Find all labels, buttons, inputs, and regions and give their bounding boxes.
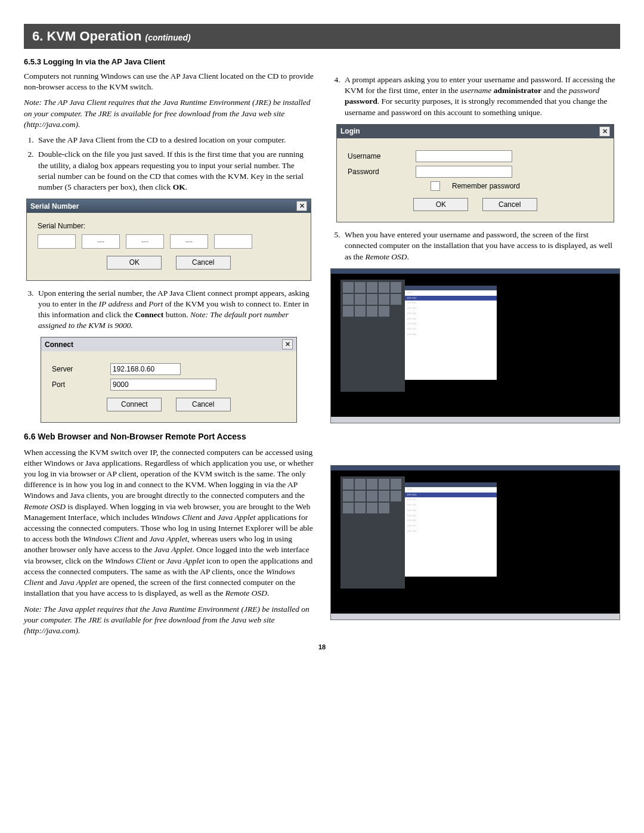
password-label: Password (348, 167, 407, 176)
password-input[interactable] (416, 166, 512, 178)
login-dialog: Login ✕ Username Password Remember passw… (336, 124, 614, 222)
osd-port-list: [01] [01-01] [01-02] [01-03] [01-04] [01… (405, 286, 497, 380)
s3g: button. (163, 310, 190, 319)
header-continued: (continued) (145, 33, 190, 42)
port-input[interactable]: 9000 (110, 379, 216, 391)
osd-icon (355, 503, 366, 513)
step2-pre: Double-click on the file you just saved.… (38, 150, 304, 191)
t15: Java Applet (166, 556, 205, 565)
osd-item: [01-07] (405, 524, 497, 529)
serial-input-2[interactable]: --- (82, 234, 120, 249)
t5: Java Applet (218, 513, 256, 522)
connect-button[interactable]: Connect (107, 398, 162, 411)
r4c: administrator (494, 86, 541, 95)
right-column: A prompt appears asking you to enter you… (330, 71, 620, 641)
osd-icon (343, 491, 354, 501)
osd-item: [01-05] (405, 317, 497, 322)
osd-icon (391, 491, 401, 501)
section-6-5-3-title: 6.5.3 Logging In via the AP Java Client (24, 57, 620, 66)
t18: and (44, 578, 59, 587)
username-label: Username (348, 151, 407, 161)
step-5: When you have entered your username and … (342, 230, 620, 262)
osd-item: [01-04] (405, 311, 497, 317)
osd-item: [01-07] (405, 327, 497, 332)
login-cancel-button[interactable]: Cancel (482, 198, 537, 211)
login-ok-button[interactable]: OK (413, 198, 468, 211)
osd-icon (367, 306, 377, 317)
osd-port-list: [01] [01-01] [01-02] [01-03] [01-04] [01… (405, 482, 497, 577)
osd-icon (367, 294, 377, 305)
serial-input-1[interactable] (38, 234, 76, 249)
left-p1: Computers not running Windows can use th… (24, 71, 314, 92)
s3c: and (133, 299, 148, 308)
s3d: Port (148, 299, 163, 308)
t8: and (134, 534, 149, 543)
serial-label: Serial Number: (38, 221, 300, 231)
osd-icon (367, 491, 377, 501)
close-icon[interactable]: ✕ (599, 126, 610, 137)
login-title: Login (340, 126, 360, 136)
osd-item: [01-08] (405, 332, 497, 337)
osd-item: [01-03] (405, 306, 497, 311)
osd-icon (355, 282, 366, 293)
osd-item: [01-05] (405, 513, 497, 519)
serial-cancel-button[interactable]: Cancel (176, 256, 231, 269)
connect-title: Connect (45, 340, 73, 349)
server-label: Server (52, 364, 102, 374)
left-column: Computers not running Windows can use th… (24, 71, 314, 641)
step2-post: . (185, 182, 187, 191)
osd-icon (379, 503, 389, 513)
t1: Remote OSD (24, 502, 66, 511)
step-2: Double-click on the file you just saved.… (36, 149, 314, 193)
osd-item: [01-08] (405, 529, 497, 534)
osd-icon (355, 491, 366, 501)
remember-checkbox[interactable] (431, 181, 440, 191)
osd-icon (391, 294, 401, 305)
r4e: password (569, 86, 599, 95)
osd-icon (391, 479, 401, 490)
osd-icon (391, 282, 401, 293)
serial-dialog-title: Serial Number (30, 202, 79, 211)
t19: Java Applet (59, 578, 97, 587)
page-number: 18 (24, 643, 620, 651)
connect-cancel-button[interactable]: Cancel (176, 398, 231, 411)
osd-item: [01-03] (405, 503, 497, 508)
r4g: . For security purposes, it is strongly … (345, 97, 608, 116)
osd-icon (379, 282, 389, 293)
osd-icon (355, 294, 366, 305)
osd-item: [01-06] (405, 321, 497, 327)
osd-icon (355, 306, 366, 317)
server-input[interactable]: 192.168.0.60 (110, 363, 181, 375)
osd-icon (343, 282, 354, 293)
t14: or (156, 556, 166, 565)
r4b: username (460, 86, 492, 95)
t7: Windows Client (83, 534, 134, 543)
osd-item: [01-02] (405, 301, 497, 306)
serial-ok-button[interactable]: OK (107, 256, 162, 269)
section-6-6-title: 6.6 Web Browser and Non-Browser Remote P… (24, 431, 314, 442)
s3f: Connect (135, 310, 163, 319)
connect-titlebar: Connect ✕ (41, 337, 296, 351)
remote-osd-screenshot-2: [01] [01-01] [01-02] [01-03] [01-04] [01… (330, 465, 620, 620)
t4: and (202, 513, 217, 522)
r5c: . (407, 252, 409, 261)
serial-input-4[interactable]: --- (170, 234, 208, 249)
osd-icon (343, 294, 354, 305)
t21: Remote OSD (225, 589, 267, 597)
serial-dialog-titlebar: Serial Number ✕ (27, 199, 311, 213)
serial-input-5[interactable] (214, 234, 252, 249)
sec66-note: Note: The Java applet requires that the … (24, 604, 314, 637)
remember-label: Remember password (452, 181, 520, 191)
serial-input-3[interactable]: --- (126, 234, 164, 249)
osd-icon (343, 479, 354, 490)
close-icon[interactable]: ✕ (296, 201, 307, 211)
header-title: 6. KVM Operation (32, 29, 141, 44)
step-3: Upon entering the serial number, the AP … (36, 288, 314, 332)
osd-item: [01-01] (405, 493, 497, 498)
username-input[interactable] (416, 150, 512, 162)
close-icon[interactable]: ✕ (282, 339, 293, 349)
osd-icon (367, 282, 377, 293)
r4f: password (345, 97, 377, 106)
osd-item: [01-02] (405, 497, 497, 503)
t0: When accessing the KVM switch over IP, t… (24, 448, 314, 500)
